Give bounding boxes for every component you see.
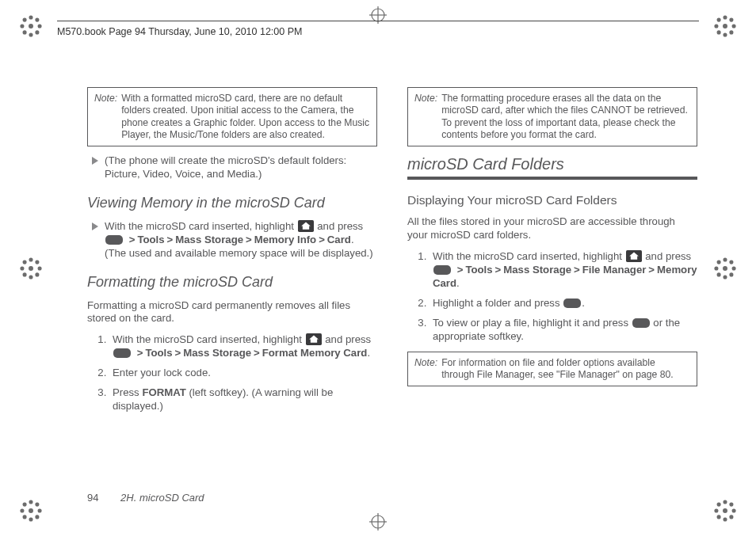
svg-point-4 (38, 24, 42, 28)
svg-point-28 (723, 257, 727, 261)
svg-point-30 (714, 266, 718, 270)
home-icon (298, 220, 314, 234)
svg-point-37 (29, 500, 32, 504)
svg-point-53 (717, 515, 721, 519)
folders-intro: All the files stored in your microSD are… (407, 215, 697, 242)
svg-point-11 (723, 33, 727, 37)
bullet-viewing-steps: With the microSD card inserted, highligh… (92, 220, 377, 260)
crop-ornament-icon (17, 497, 44, 527)
svg-point-44 (23, 515, 27, 519)
svg-point-12 (714, 24, 718, 28)
ok-button-icon (563, 299, 581, 308)
svg-point-23 (23, 260, 27, 264)
svg-point-2 (29, 33, 32, 37)
svg-point-49 (732, 508, 736, 512)
svg-point-6 (35, 18, 39, 22)
note-body: The formatting procedure erases all the … (441, 93, 690, 141)
crop-ornament-icon (712, 13, 739, 43)
svg-point-47 (723, 518, 727, 522)
svg-point-27 (723, 266, 727, 271)
svg-point-13 (732, 24, 736, 28)
ok-button-icon (105, 235, 123, 245)
note-label: Note: (414, 357, 437, 382)
column-right: Note: The formatting procedure erases al… (407, 87, 697, 492)
svg-point-7 (35, 30, 39, 34)
page-content: Note: With a formatted microSD card, the… (87, 87, 697, 492)
svg-point-5 (23, 18, 27, 22)
svg-point-24 (35, 260, 39, 264)
svg-point-38 (29, 518, 32, 522)
svg-point-14 (717, 18, 721, 22)
note-label: Note: (94, 93, 117, 141)
home-icon (306, 333, 322, 347)
folders-steps: With the microSD card inserted, highligh… (407, 250, 697, 343)
svg-point-8 (23, 30, 27, 34)
registration-mark-icon (369, 513, 387, 534)
folders-step-1: With the microSD card inserted, highligh… (430, 250, 697, 291)
note-box-2: Note: The formatting procedure erases al… (407, 87, 697, 146)
svg-point-16 (729, 30, 733, 34)
svg-point-40 (38, 508, 42, 512)
bullet-text: With the microSD card inserted, highligh… (105, 220, 377, 260)
heading-folders: microSD Card Folders (407, 154, 697, 180)
footer-title: 2H. microSD Card (120, 492, 204, 504)
svg-point-15 (729, 18, 733, 22)
crop-ornament-icon (712, 255, 739, 285)
header-stamp-text: M570.book Page 94 Thursday, June 10, 201… (57, 26, 302, 37)
svg-point-32 (717, 260, 721, 264)
svg-point-39 (20, 508, 24, 512)
ok-button-icon (113, 348, 131, 358)
svg-point-22 (38, 266, 42, 270)
svg-marker-60 (92, 157, 98, 165)
format-steps: With the microSD card inserted, highligh… (87, 333, 377, 413)
ok-button-icon (632, 318, 650, 328)
ok-button-icon (433, 265, 451, 275)
note-body: For information on file and folder optio… (441, 357, 690, 382)
svg-point-0 (29, 24, 33, 29)
svg-point-36 (29, 508, 33, 513)
bullet-default-folders: (The phone will create the microSD's def… (92, 154, 377, 181)
page-number: 94 (87, 492, 98, 504)
svg-point-52 (729, 515, 733, 519)
svg-point-42 (35, 503, 39, 507)
home-icon (626, 250, 642, 264)
column-left: Note: With a formatted microSD card, the… (87, 87, 377, 492)
format-step-1: With the microSD card inserted, highligh… (109, 333, 377, 360)
format-intro: Formatting a microSD card permanently re… (87, 299, 377, 326)
svg-point-29 (723, 276, 727, 280)
svg-point-50 (717, 503, 721, 507)
page-footer: 94 2H. microSD Card (87, 492, 204, 504)
crop-ornament-icon (712, 497, 739, 527)
header-stamp: M570.book Page 94 Thursday, June 10, 201… (57, 21, 699, 37)
svg-point-25 (35, 272, 39, 276)
svg-point-10 (723, 15, 727, 19)
svg-point-45 (723, 508, 727, 513)
note-body: With a formatted microSD card, there are… (121, 93, 370, 141)
svg-point-46 (723, 500, 727, 504)
svg-point-35 (717, 272, 721, 276)
svg-point-48 (714, 508, 718, 512)
svg-point-26 (23, 272, 27, 276)
heading-displaying: Displaying Your microSD Card Folders (407, 192, 697, 208)
crop-ornament-icon (17, 13, 44, 43)
svg-point-17 (717, 30, 721, 34)
svg-point-3 (20, 24, 24, 28)
triangle-bullet-icon (92, 157, 98, 181)
svg-point-19 (29, 257, 32, 261)
svg-point-41 (23, 503, 27, 507)
svg-point-9 (723, 24, 727, 29)
svg-point-34 (729, 272, 733, 276)
bullet-text: (The phone will create the microSD's def… (105, 154, 377, 181)
folders-step-3: To view or play a file, highlight it and… (430, 317, 697, 344)
svg-point-1 (29, 15, 32, 19)
heading-formatting: Formatting the microSD Card (87, 273, 377, 291)
note-box-3: Note: For information on file and folder… (407, 352, 697, 387)
note-box-1: Note: With a formatted microSD card, the… (87, 87, 377, 146)
svg-point-43 (35, 515, 39, 519)
svg-point-31 (732, 266, 736, 270)
svg-point-51 (729, 503, 733, 507)
crop-ornament-icon (17, 255, 44, 285)
triangle-bullet-icon (92, 222, 98, 260)
svg-point-21 (20, 266, 24, 270)
folders-step-2: Highlight a folder and press . (430, 297, 697, 310)
